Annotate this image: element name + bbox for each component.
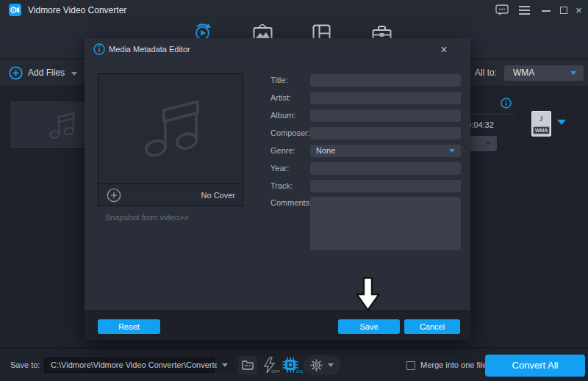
chevron-down-icon xyxy=(222,363,228,367)
save-button[interactable]: Save xyxy=(338,319,400,334)
music-note-icon xyxy=(46,109,78,141)
chevron-down-icon xyxy=(449,149,455,153)
track-field[interactable] xyxy=(310,180,461,192)
genre-dropdown[interactable]: None xyxy=(310,145,461,157)
title-label: Title: xyxy=(270,74,287,87)
year-label: Year: xyxy=(270,162,289,175)
artist-label: Artist: xyxy=(270,92,291,104)
output-format-value: WMA xyxy=(513,65,534,81)
album-field[interactable] xyxy=(310,109,461,122)
media-metadata-editor-dialog: Media Metadata Editor × No Cover Snapsho… xyxy=(85,38,470,340)
dialog-info-icon xyxy=(93,43,105,58)
output-format-file-icon[interactable]: ♪ WMA xyxy=(531,111,551,137)
save-path-value: C:\Vidmore\Vidmore Video Converter\Conve… xyxy=(51,358,223,372)
chevron-down-icon xyxy=(328,363,334,367)
comments-label: Comments: xyxy=(270,197,312,209)
year-field[interactable] xyxy=(310,162,461,175)
annotation-down-arrow xyxy=(356,277,380,311)
merge-checkbox[interactable] xyxy=(406,361,415,370)
add-files-plus-icon[interactable] xyxy=(9,66,23,83)
save-path-dropdown[interactable] xyxy=(217,358,234,373)
bottom-bar: Save to: C:\Vidmore\Vidmore Video Conver… xyxy=(0,347,588,381)
divider xyxy=(470,114,514,115)
dialog-footer: Reset Save Cancel xyxy=(85,311,470,340)
output-format-dropdown[interactable]: WMA xyxy=(504,65,584,81)
genre-value: None xyxy=(316,145,335,157)
chevron-down-icon xyxy=(570,71,576,75)
item-format-dropdown-icon[interactable] xyxy=(557,120,566,125)
format-badge: WMA xyxy=(533,126,550,134)
close-window-icon[interactable]: × xyxy=(576,4,588,15)
convert-all-button[interactable]: Convert All xyxy=(485,355,585,377)
settings-button[interactable] xyxy=(304,355,340,375)
open-folder-button[interactable] xyxy=(238,356,257,374)
item-info-icon[interactable] xyxy=(501,98,512,112)
save-path-field[interactable]: C:\Vidmore\Vidmore Video Converter\Conve… xyxy=(44,358,215,373)
add-files-button[interactable]: Add Files xyxy=(28,59,65,87)
title-field[interactable] xyxy=(310,74,461,87)
gear-icon xyxy=(310,359,323,371)
no-cover-label: No Cover xyxy=(201,184,235,206)
composer-label: Composer: xyxy=(270,127,310,139)
gpu-acceleration-on-icon[interactable]: ON xyxy=(282,357,301,374)
composer-field[interactable] xyxy=(310,127,461,139)
music-note-icon xyxy=(136,92,207,162)
maximize-icon[interactable] xyxy=(560,7,573,18)
merge-label: Merge into one file xyxy=(420,348,487,381)
window-title: Vidmore Video Converter xyxy=(28,0,126,21)
genre-label: Genre: xyxy=(270,145,295,157)
save-to-label: Save to: xyxy=(10,348,40,381)
cover-art-box: No Cover xyxy=(98,73,243,206)
music-note-icon: ♪ xyxy=(532,112,551,125)
app-logo-icon xyxy=(9,4,21,16)
reset-button[interactable]: Reset xyxy=(98,319,160,334)
album-label: Album: xyxy=(270,109,295,122)
dialog-close-icon[interactable]: × xyxy=(437,43,451,57)
chevron-down-icon xyxy=(485,142,491,145)
add-files-dropdown-icon[interactable] xyxy=(71,72,77,76)
hardware-acceleration-off-icon[interactable]: OFF xyxy=(261,357,279,374)
dialog-title: Media Metadata Editor xyxy=(109,38,190,60)
track-label: Track: xyxy=(270,180,293,192)
on-label: ON xyxy=(296,369,303,374)
cover-strip: No Cover xyxy=(98,184,243,206)
title-bar: Vidmore Video Converter × xyxy=(0,0,588,21)
off-label: OFF xyxy=(271,369,280,374)
feedback-icon[interactable] xyxy=(495,4,509,16)
snapshot-from-video-link[interactable]: Snapshot from video>> xyxy=(105,213,189,222)
all-to-label: All to: xyxy=(475,59,497,87)
menu-icon[interactable] xyxy=(519,6,532,18)
add-cover-button[interactable] xyxy=(107,188,121,206)
cancel-button[interactable]: Cancel xyxy=(404,319,460,334)
artist-field[interactable] xyxy=(310,92,461,104)
comments-field[interactable] xyxy=(310,197,461,250)
